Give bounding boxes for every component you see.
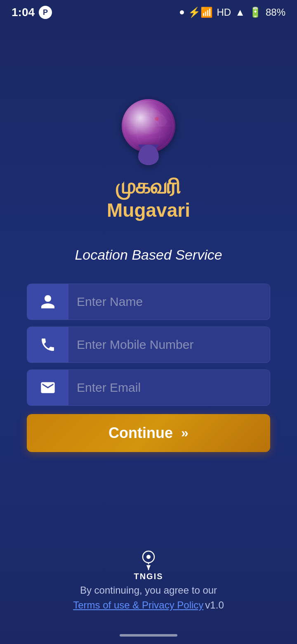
name-icon-box bbox=[27, 284, 68, 320]
battery-level: 88% bbox=[266, 7, 285, 18]
network-signal-icon: ▲ bbox=[235, 7, 245, 18]
status-bar: 1:04 P ⚡📶 HD ▲ 🔋 88% bbox=[0, 0, 297, 25]
person-icon bbox=[40, 294, 56, 310]
logo-section: முகவரி Mugavari bbox=[107, 99, 190, 222]
status-time: 1:04 bbox=[12, 6, 35, 19]
tngis-logo: TNGIS bbox=[134, 549, 163, 581]
continue-button-label: Continue bbox=[108, 424, 173, 442]
signal-dot bbox=[180, 10, 184, 14]
signal-strength-icon: ⚡📶 bbox=[188, 7, 213, 18]
pocket-icon: P bbox=[39, 6, 52, 19]
app-title-tamil: முகவரி bbox=[116, 173, 181, 199]
status-left: 1:04 P bbox=[12, 6, 52, 19]
svg-point-6 bbox=[146, 555, 151, 559]
phone-icon bbox=[40, 336, 56, 353]
form-section: Continue » bbox=[27, 284, 270, 452]
home-indicator bbox=[120, 634, 177, 637]
tngis-brand-text: TNGIS bbox=[134, 572, 163, 581]
name-input-row bbox=[27, 284, 270, 320]
main-content: முகவரி Mugavari Location Based Service bbox=[0, 25, 297, 644]
forward-arrows-icon: » bbox=[181, 425, 189, 440]
email-input[interactable] bbox=[68, 370, 270, 405]
footer: TNGIS By continuing, you agree to our Te… bbox=[0, 549, 297, 611]
footer-agreement-text: By continuing, you agree to our bbox=[80, 585, 217, 596]
app-title-english: Mugavari bbox=[107, 199, 190, 222]
app-version: v1.0 bbox=[205, 599, 224, 611]
email-input-row bbox=[27, 369, 270, 406]
email-icon-box bbox=[27, 370, 68, 405]
name-input[interactable] bbox=[68, 284, 270, 320]
email-icon bbox=[40, 379, 56, 396]
continue-button[interactable]: Continue » bbox=[27, 414, 270, 452]
app-logo bbox=[116, 99, 182, 165]
status-right: ⚡📶 HD ▲ 🔋 88% bbox=[180, 7, 285, 18]
hd-badge: HD bbox=[217, 7, 231, 18]
map-pin-graphic bbox=[138, 144, 159, 165]
app-subtitle: Location Based Service bbox=[75, 247, 222, 263]
mobile-input-row bbox=[27, 327, 270, 363]
mobile-input[interactable] bbox=[68, 327, 270, 362]
tngis-pin-icon bbox=[140, 549, 157, 570]
terms-link[interactable]: Terms of use & Privacy Policy bbox=[73, 599, 203, 611]
footer-bottom-row: Terms of use & Privacy Policy v1.0 bbox=[73, 599, 224, 611]
battery-icon: 🔋 bbox=[249, 7, 262, 18]
phone-icon-box bbox=[27, 327, 68, 362]
svg-point-4 bbox=[155, 117, 159, 121]
